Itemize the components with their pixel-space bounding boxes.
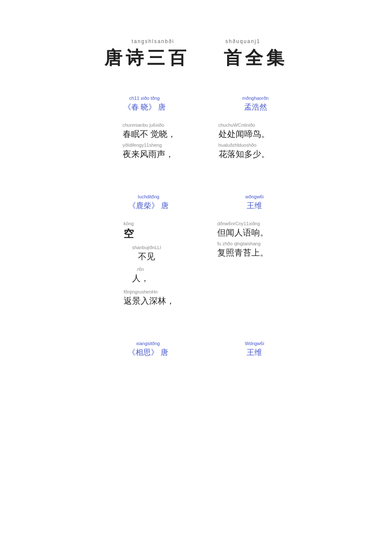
poem-lu-chai-header: Iuchditðng 《鹿柴》 唐 wðngw6i 王维 (34, 194, 358, 211)
title-chinese-left: 唐诗三百 (104, 46, 190, 70)
chun-xiao-author-pinyin: mðnghaorðn (242, 96, 269, 101)
xiang-si-author-chinese: 王维 (245, 347, 264, 357)
poem-xiang-si: xiangsitðng 《相思》 唐 Wdngw6i 王维 (0, 341, 392, 357)
title-chinese-row: 唐诗三百 首全集 (0, 46, 392, 70)
lu-chai-verse-4: fu zhðo qlngtaishang 复照青苔上。 (217, 241, 268, 259)
chun-xiao-verse-2: chuchuWCntiniðo 处处闻啼鸟。 (219, 122, 270, 140)
chun-xiao-body: chunmianbu ju6xiðo 春眠不 觉晓， yðIdifengy11s… (34, 122, 358, 160)
xiang-si-title-chinese: 《相思》 唐 (128, 347, 168, 357)
lu-chai-couplet-1: kōng 空 shanbujiðnLLl 不见 r6n 人， fðnjingru… (124, 221, 175, 307)
lu-chai-author-pinyin: wðngw6i (245, 194, 264, 199)
xiang-si-title-pinyin: xiangsitðng (128, 341, 168, 346)
lu-chai-buji-pinyin: shanbujiðnLLl (132, 245, 161, 250)
lu-chai-body: kōng 空 shanbujiðnLLl 不见 r6n 人， fðnjingru… (34, 221, 358, 307)
lu-chai-couplet-2: dðnw6nrCny11xiðng 但闻人语响。 fu zhðo qlngtai… (217, 221, 268, 307)
chun-xiao-author-chinese: 孟浩然 (242, 102, 269, 112)
lu-chai-verse-4-pinyin: fu zhðo qlngtaishang (217, 241, 268, 246)
chun-xiao-couplet-1: chunmianbu ju6xiðo 春眠不 觉晓， yðIdifengy11s… (123, 122, 176, 160)
lu-chai-ren-char: 人， (132, 273, 149, 284)
lu-chai-verse-1: kōng 空 shanbujiðnLLl 不见 r6n 人， (124, 221, 175, 284)
lu-chai-verse-4-chinese: 复照青苔上。 (217, 247, 268, 259)
lu-chai-kong-pinyin: kōng (124, 221, 134, 226)
chun-xiao-verse-3-pinyin: yðIdifengy11sheng (123, 142, 176, 148)
lu-chai-ren-pinyin: r6n (137, 267, 144, 272)
chun-xiao-verse-1: chunmianbu ju6xiðo 春眠不 觉晓， (123, 122, 176, 140)
poem-chun-xiao-header: ch11 xiðo tðng 《春 晓》 唐 mðnghaorðn 孟浩然 (34, 96, 358, 112)
chun-xiao-title-pinyin: ch11 xiðo tðng (124, 96, 166, 101)
title-chinese-right: 首全集 (224, 46, 288, 70)
poem-xiang-si-title: xiangsitðng 《相思》 唐 (128, 341, 168, 357)
page: tangshlsanbði shðuquanj1 唐诗三百 首全集 ch11 x… (0, 0, 392, 555)
chun-xiao-title-chinese: 《春 晓》 唐 (124, 102, 166, 112)
lu-chai-title-chinese: 《鹿柴》 唐 (128, 200, 169, 211)
chun-xiao-verse-4-chinese: 花落知多少。 (219, 148, 270, 160)
lu-chai-author-chinese: 王维 (245, 200, 264, 211)
lu-chai-verse-3-chinese: 返景入深林， (124, 295, 175, 307)
chun-xiao-verse-3: yðIdifengy11sheng 夜来风雨声， (123, 142, 176, 160)
poem-chun-xiao: ch11 xiðo tðng 《春 晓》 唐 mðnghaorðn 孟浩然 ch… (0, 96, 392, 160)
title-pinyin-right: shðuquanj1 (225, 38, 260, 44)
chun-xiao-verse-2-pinyin: chuchuWCntiniðo (219, 122, 270, 128)
xiang-si-author-pinyin: Wdngw6i (245, 341, 264, 346)
chun-xiao-verse-1-chinese: 春眠不 觉晓， (123, 128, 176, 140)
chun-xiao-verse-1-pinyin: chunmianbu ju6xiðo (123, 122, 176, 128)
chun-xiao-verse-3-chinese: 夜来风雨声， (123, 148, 176, 160)
poem-lu-chai-author: wðngw6i 王维 (245, 194, 264, 211)
poem-chun-xiao-title: ch11 xiðo tðng 《春 晓》 唐 (124, 96, 166, 112)
lu-chai-title-pinyin: Iuchditðng (128, 194, 169, 199)
lu-chai-buji-char: 不见 (138, 251, 155, 262)
poem-chun-xiao-author: mðnghaorðn 孟浩然 (242, 96, 269, 112)
title-section: tangshlsanbði shðuquanj1 唐诗三百 首全集 (0, 38, 392, 70)
chun-xiao-verse-4-pinyin: hualuðzhlduoshðo (219, 142, 270, 148)
title-pinyin-row: tangshlsanbði shðuquanj1 (0, 38, 392, 44)
chun-xiao-couplet-2: chuchuWCntiniðo 处处闻啼鸟。 hualuðzhlduoshðo … (219, 122, 270, 160)
lu-chai-verse-2: dðnw6nrCny11xiðng 但闻人语响。 (217, 221, 268, 238)
poem-lu-chai-title: Iuchditðng 《鹿柴》 唐 (128, 194, 169, 211)
poem-xiang-si-author: Wdngw6i 王维 (245, 341, 264, 357)
poem-xiang-si-header: xiangsitðng 《相思》 唐 Wdngw6i 王维 (34, 341, 358, 357)
title-pinyin-left: tangshlsanbði (132, 38, 174, 44)
lu-chai-verse-2-pinyin: dðnw6nrCny11xiðng (217, 221, 268, 226)
lu-chai-verse-3: fðnjingrushenHn 返景入深林， (124, 289, 175, 307)
lu-chai-kong-char: 空 (124, 227, 134, 241)
chun-xiao-verse-2-chinese: 处处闻啼鸟。 (219, 128, 270, 140)
lu-chai-verse-2-chinese: 但闻人语响。 (217, 227, 268, 238)
lu-chai-verse-3-pinyin: fðnjingrushenHn (124, 289, 175, 294)
poem-lu-chai: Iuchditðng 《鹿柴》 唐 wðngw6i 王维 kōng 空 shan… (0, 194, 392, 307)
chun-xiao-verse-4: hualuðzhlduoshðo 花落知多少。 (219, 142, 270, 160)
